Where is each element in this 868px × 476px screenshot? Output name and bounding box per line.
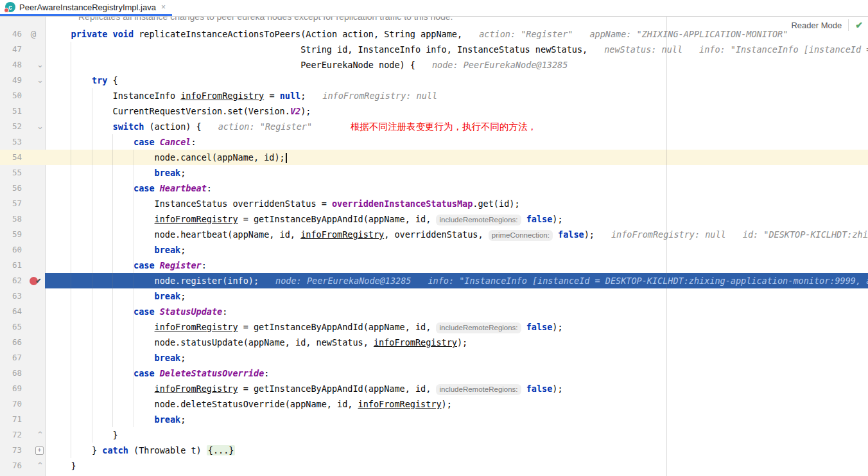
code-text[interactable]: case DeleteStatusOverride: bbox=[45, 366, 868, 381]
gutter-cell[interactable]: 62✔ bbox=[0, 273, 45, 288]
code-text[interactable]: } bbox=[45, 458, 868, 473]
code-text[interactable]: InstanceStatus overriddenStatus = overri… bbox=[45, 196, 868, 211]
code-text[interactable]: break; bbox=[45, 412, 868, 427]
code-text[interactable]: break; bbox=[45, 350, 868, 366]
code-text[interactable]: infoFromRegistry = getInstanceByAppAndId… bbox=[45, 211, 868, 227]
code-text[interactable]: case Cancel: bbox=[45, 134, 868, 150]
fold-end-icon[interactable]: ⌃ bbox=[37, 458, 44, 473]
line-number[interactable]: 66 bbox=[0, 335, 22, 350]
code-text[interactable]: node.cancel(appName, id); bbox=[45, 150, 868, 165]
line-number[interactable]: 46 bbox=[0, 26, 22, 42]
gutter-cell[interactable]: 49⌄ bbox=[0, 73, 45, 88]
gutter-cell[interactable]: 66 bbox=[0, 335, 45, 350]
inspections-ok-icon[interactable]: ✔ bbox=[855, 20, 863, 30]
line-number[interactable]: 76 bbox=[0, 458, 22, 473]
gutter-cell[interactable]: 48⌄ bbox=[0, 57, 45, 73]
code-text[interactable]: infoFromRegistry = getInstanceByAppAndId… bbox=[45, 319, 868, 335]
gutter-cell[interactable]: 65 bbox=[0, 319, 45, 335]
close-icon[interactable]: × bbox=[161, 3, 166, 11]
gutter-cell[interactable]: 73+ bbox=[0, 443, 45, 458]
line-number[interactable]: 56 bbox=[0, 181, 22, 196]
line-number[interactable]: 71 bbox=[0, 412, 22, 427]
line-number[interactable]: 54 bbox=[0, 150, 22, 165]
line-number[interactable]: 51 bbox=[0, 103, 22, 119]
line-number[interactable]: 60 bbox=[0, 242, 22, 258]
tab-peerawareinstanceregistryimpl[interactable]: c PeerAwareInstanceRegistryImpl.java × bbox=[0, 0, 172, 16]
gutter-cell[interactable]: 57 bbox=[0, 196, 45, 211]
line-number[interactable]: 53 bbox=[0, 134, 22, 150]
code-text[interactable]: } catch (Throwable t) {...} bbox=[45, 443, 868, 458]
fold-expand-icon[interactable]: ⌄ bbox=[37, 57, 44, 73]
folded-region-chip[interactable]: {...} bbox=[207, 445, 236, 455]
gutter-cell[interactable]: 76⌃ bbox=[0, 458, 45, 473]
line-number[interactable]: 68 bbox=[0, 366, 22, 381]
gutter-cell[interactable]: 71 bbox=[0, 412, 45, 427]
line-number[interactable]: 55 bbox=[0, 165, 22, 181]
line-number[interactable]: 59 bbox=[0, 227, 22, 242]
gutter-cell[interactable]: 60 bbox=[0, 242, 45, 258]
fold-end-icon[interactable]: ⌃ bbox=[37, 427, 44, 443]
code-text[interactable]: try { bbox=[45, 73, 868, 88]
line-number[interactable]: 67 bbox=[0, 350, 22, 366]
code-text[interactable]: InstanceInfo infoFromRegistry = null;inf… bbox=[45, 88, 868, 103]
gutter-cell[interactable]: 56 bbox=[0, 181, 45, 196]
breakpoint-icon[interactable]: ✔ bbox=[30, 277, 38, 285]
gutter-cell[interactable]: 53 bbox=[0, 134, 45, 150]
line-number[interactable]: 69 bbox=[0, 381, 22, 396]
gutter-cell[interactable]: 61 bbox=[0, 258, 45, 273]
gutter-cell[interactable]: 54 bbox=[0, 150, 45, 165]
gutter-cell[interactable]: 51 bbox=[0, 103, 45, 119]
code-text[interactable]: node.register(info);node: PeerEurekaNode… bbox=[45, 273, 868, 288]
code-text[interactable]: PeerEurekaNode node) {node: PeerEurekaNo… bbox=[45, 57, 868, 73]
line-number[interactable]: 52 bbox=[0, 119, 22, 134]
line-number[interactable]: 63 bbox=[0, 288, 22, 304]
gutter-cell[interactable]: 52⌄ bbox=[0, 119, 45, 134]
line-number[interactable]: 47 bbox=[0, 42, 22, 57]
reader-mode-link[interactable]: Reader Mode bbox=[791, 21, 842, 30]
gutter-cell[interactable]: 72⌃ bbox=[0, 427, 45, 443]
line-number[interactable]: 72 bbox=[0, 427, 22, 443]
line-number[interactable]: 70 bbox=[0, 396, 22, 412]
code-text[interactable]: break; bbox=[45, 242, 868, 258]
code-text[interactable]: case Heartbeat: bbox=[45, 181, 868, 196]
line-number[interactable]: 48 bbox=[0, 57, 22, 73]
line-number[interactable]: 73 bbox=[0, 443, 22, 458]
fold-expand-icon[interactable]: ⌄ bbox=[37, 119, 44, 134]
gutter-cell[interactable]: 69 bbox=[0, 381, 45, 396]
code-text[interactable]: private void replicateInstanceActionsToP… bbox=[45, 26, 868, 42]
gutter-cell[interactable]: 58 bbox=[0, 211, 45, 227]
code-text[interactable]: node.statusUpdate(appName, id, newStatus… bbox=[45, 335, 868, 350]
code-text[interactable]: case StatusUpdate: bbox=[45, 304, 868, 319]
gutter-cell[interactable]: 59 bbox=[0, 227, 45, 242]
code-text[interactable]: break; bbox=[45, 288, 868, 304]
gutter-cell[interactable]: 64 bbox=[0, 304, 45, 319]
gutter-cell[interactable]: 55 bbox=[0, 165, 45, 181]
fold-collapsed-icon[interactable]: + bbox=[35, 446, 44, 455]
line-number[interactable]: 58 bbox=[0, 211, 22, 227]
code-text[interactable]: String id, InstanceInfo info, InstanceSt… bbox=[45, 42, 868, 57]
gutter-cell[interactable]: 47 bbox=[0, 42, 45, 57]
line-number[interactable]: 65 bbox=[0, 319, 22, 335]
code-text[interactable]: node.heartbeat(appName, id, infoFromRegi… bbox=[45, 227, 868, 242]
code-text[interactable]: infoFromRegistry = getInstanceByAppAndId… bbox=[45, 381, 868, 396]
code-text[interactable]: } bbox=[45, 427, 868, 443]
code-editor[interactable]: Replicates all instance changes to peer … bbox=[0, 17, 868, 476]
gutter-cell[interactable]: 50 bbox=[0, 88, 45, 103]
code-text[interactable]: case Register: bbox=[45, 258, 868, 273]
gutter-cell[interactable]: 63 bbox=[0, 288, 45, 304]
line-number[interactable]: 61 bbox=[0, 258, 22, 273]
line-number[interactable]: 49 bbox=[0, 73, 22, 88]
code-text[interactable]: break; bbox=[45, 165, 868, 181]
code-text[interactable]: switch (action) {action: "Register"根据不同注… bbox=[45, 119, 868, 134]
code-text[interactable]: CurrentRequestVersion.set(Version.V2); bbox=[45, 103, 868, 119]
line-number[interactable]: 62 bbox=[0, 273, 22, 288]
fold-expand-icon[interactable]: ⌄ bbox=[37, 73, 44, 88]
gutter-cell[interactable]: 46@ bbox=[0, 26, 45, 42]
line-number[interactable]: 57 bbox=[0, 196, 22, 211]
gutter-cell[interactable]: 68 bbox=[0, 366, 45, 381]
code-text[interactable]: node.deleteStatusOverride(appName, id, i… bbox=[45, 396, 868, 412]
line-number[interactable]: 64 bbox=[0, 304, 22, 319]
gutter-cell[interactable]: 70 bbox=[0, 396, 45, 412]
line-number[interactable]: 50 bbox=[0, 88, 22, 103]
gutter-cell[interactable]: 67 bbox=[0, 350, 45, 366]
